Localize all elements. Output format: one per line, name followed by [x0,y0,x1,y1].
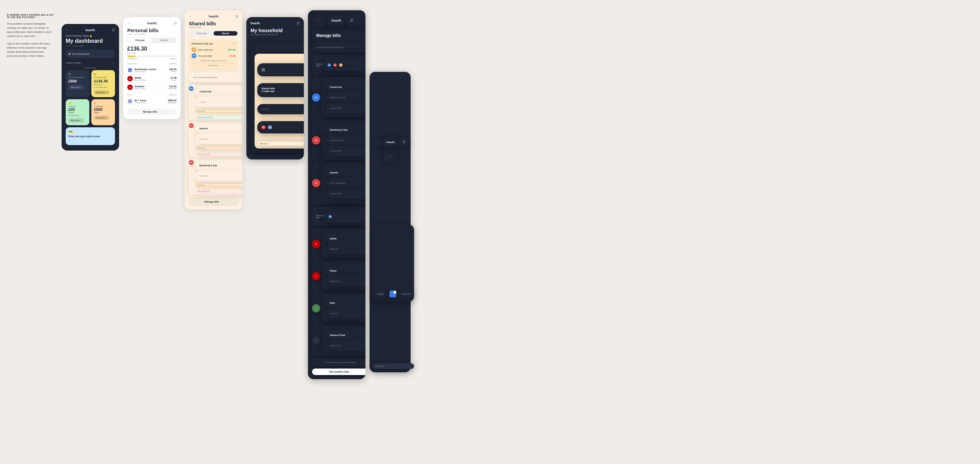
account-balance-value: £800 [68,79,87,83]
electricity-icon-5: RS [312,136,320,145]
days-until: 29 days left until the next round [192,60,235,62]
nav-dashboard: ← hearth. ☰ [66,28,115,32]
savings-icon: 🪙 [68,102,87,105]
shared-bill-council[interactable]: TW Council tax You pay Estimated You're … [189,84,242,121]
menu-icon-5[interactable]: ☰ [346,14,361,26]
rs-avatar-4: RS [261,125,266,129]
council-initial: TW [315,97,318,99]
tab-personal[interactable]: Personal [128,38,152,43]
personal-amount-label: left to pay [127,52,177,54]
view-more-hh[interactable]: View more → [257,141,304,146]
app-logo-6: hearth. [383,137,399,147]
add-bill-btn[interactable]: ⊕ Add a shared or a personal bill [312,359,366,366]
manage-netflix[interactable]: N Netflix Netflix.com £7.99 Monthly [312,228,366,260]
add-circle[interactable]: + [384,151,396,163]
ryan-text: You owe Ryan [198,55,229,57]
add-icon: ⊕ [325,361,327,363]
manage-phone[interactable]: V Phone Vodafone UK £12.00 Monthly [312,260,366,292]
breakdown-btn[interactable]: Breakdown [192,63,235,67]
manage-amazon[interactable]: a Amazon Prime Amazon.co.uk £79.00 Yearl… [312,324,366,356]
savings-value: £25 [68,108,87,111]
manage-rent[interactable]: J Rent Mr Jones T £650.00 Monthly [312,292,366,324]
amazon-icon-5: a [312,336,320,345]
bill-item-vodafone[interactable]: V Vodafone Due in 9 days £12.00 Nationwi… [127,83,177,92]
toggle-personal-label: Personal [398,289,414,299]
toggle-row: Shared Personal [373,224,414,302]
nav-shared: ← hearth. ⊟ [189,14,238,18]
back-arrow-3-icon[interactable]: ← [189,14,192,18]
shared-bill-electricity[interactable]: RS Electricity & Gas Ryan pays Estimated… [189,159,242,195]
outgoings-card[interactable]: ⊙ Outgoings £900 Spent View more → [91,99,115,125]
savings-card[interactable]: 🪙 Savings £25 Saved No goals yet View mo… [66,99,89,125]
manage-electricity[interactable]: RS Electricity & Gas No payment linked Y… [312,119,366,162]
shared-bills-date: January 2021 [189,26,238,29]
back-arrow-6-icon[interactable]: ← [373,137,383,147]
nav-manage: ← hearth. ☰ [312,14,361,26]
personal-bills-label: Personal bills [94,76,112,78]
manage-internet[interactable]: RS Internet Sky TV & Broadband You pay £… [312,162,366,205]
bill-name-field[interactable]: Bill name [373,363,414,369]
personal-bills-sub: left to pay [94,84,112,86]
back-arrow-icon[interactable]: ← [66,28,69,32]
household-title: My household [250,28,300,33]
manage-bills-btn-3[interactable]: Manage bills → [189,198,238,205]
back-arrow-5-icon[interactable]: ← [312,14,328,26]
electricity-info-5: Electricity & Gas No payment linked You … [321,121,366,160]
manage-bills-arrow-icon: → [159,111,161,113]
calendar-icon-2[interactable]: ⊟ [174,21,177,25]
nav-household: hearth. ☰ [250,21,300,25]
monthly-plan-card[interactable]: ⊞ My monthly plan [66,49,115,58]
days-left: 12 days left [127,58,137,60]
manage-council-tax[interactable]: TW Council tax Westminster council You p… [312,76,366,119]
credit-score-card[interactable]: 💳 Find out my credit score → [66,127,115,145]
shared-bills-hh-card[interactable]: ⊟ Shared bills2 settle ups Jan 2021 RS A… [255,54,304,148]
edit-icon[interactable]: ✎ [276,33,278,36]
account-balance-card[interactable]: ⊡ Account balance £800 View more → [66,70,89,97]
tab-personal-3[interactable]: Personal [189,31,213,36]
greeting-text: Good morning, Tanya 🔥 [66,35,115,37]
bill-item-jones[interactable]: J Mr T Jones 10th Jan 2021 £650.00 Natio… [127,97,177,106]
view-more-bills[interactable]: View more → [94,91,110,94]
outgoings-sub: Spent [94,111,112,114]
paid-label: Paid [127,94,131,96]
manage-bills-btn-2[interactable]: Manage bills → [127,108,177,115]
bill-item-westminster[interactable]: W Westminster council Due in 2 days £80.… [127,66,177,75]
bill-item-netflix[interactable]: N Netflix Due in 8 days £7.99 Monzo [127,75,177,83]
shared-bills-date: Jan 2021 [257,104,304,114]
monthly-plan-text: My monthly plan [72,53,90,55]
estimated-badge-2: Estimated [196,146,242,150]
calendar-icon-3[interactable]: ⊟ [235,14,238,18]
settle-row-ryan: TW You owe Ryan £7.99 [192,53,235,58]
create-plan-arrow-icon[interactable]: → [112,61,115,64]
shared-bills-section: Shared bills TW RS AP [312,55,366,75]
paid-header: Paid £650.00 [127,94,177,96]
shared-bills-title: Shared bills [189,21,238,26]
tab-shared-3[interactable]: Shared [213,31,237,36]
ryan-amount: £7.99 [229,55,235,57]
vodafone-info: Vodafone Due in 9 days [134,85,168,90]
menu-icon-1[interactable]: ☰ [112,28,115,32]
create-plan-label: Create my plan [66,62,81,64]
view-more-outgoings[interactable]: View more → [94,116,110,120]
app-logo-3: hearth. [209,15,219,18]
owed-badge-1: You're owed £54.00 [196,116,242,119]
this-month-btn[interactable]: This month's bills → [312,369,366,375]
view-more-balance[interactable]: View more → [68,85,84,89]
menu-icon-4[interactable]: ☰ [297,21,300,25]
menu-icon-6[interactable]: ☰ [399,137,409,147]
personal-bills-date: 1 Jan - 31 Jan 2021 [127,33,177,35]
cards-row-2: 🪙 Savings £25 Saved No goals yet View mo… [66,99,115,125]
back-arrow-2-icon[interactable]: ← [127,21,131,25]
progress-fill [127,56,135,57]
internet-avatar: RS [189,123,194,128]
tab-shared-2[interactable]: Shared [152,38,176,43]
view-more-savings[interactable]: View more → [68,118,84,122]
vodafone-right: £12.00 Nationwide [168,85,177,90]
shared-personal-toggle[interactable] [390,291,396,297]
internet-info: Internet Ryan pays Estimated You owe £11… [196,123,242,156]
screens-area: ← hearth. ☰ Good morning, Tanya 🔥 My das… [62,10,973,379]
shared-bill-internet[interactable]: RS Internet Ryan pays Estimated You owe … [189,121,242,159]
hh-arrow-icon: → [269,143,271,145]
personal-bills-card[interactable]: ⊟ Personal bills £136.30 left to pay 1 o… [91,70,115,97]
aj-avatar-4: AJ [268,125,272,129]
